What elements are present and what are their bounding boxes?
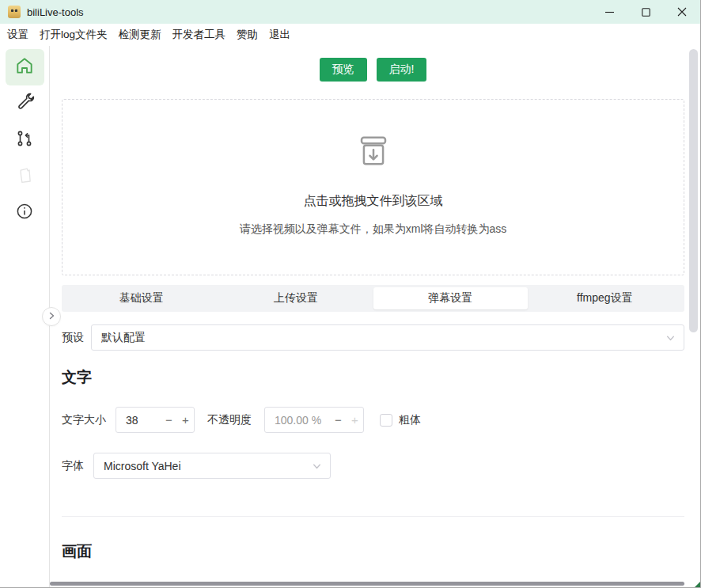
menu-item-devtools[interactable]: 开发者工具 [167,25,232,45]
minimize-icon [605,8,614,17]
bold-checkbox-label: 粗体 [399,413,421,427]
main-content: 预览 启动! 点击或拖拽文件到该区域 请选择视频以及弹幕文件，如果为xml将自动… [50,46,700,587]
git-compare-icon [15,129,34,151]
home-icon [14,55,35,79]
sidebar-expand-button[interactable] [42,307,61,326]
opacity-increase-icon[interactable]: + [347,408,363,432]
dropzone-title: 点击或拖拽文件到该区域 [304,193,443,210]
settings-tabbar: 基础设置 上传设置 弹幕设置 ffmpeg设置 [62,285,684,312]
action-row: 预览 启动! [62,58,684,82]
sidebar-item-home[interactable] [6,49,44,85]
chevron-down-icon [312,461,322,474]
preset-select[interactable]: 默认配置 [91,324,684,351]
tab-danmaku-settings[interactable]: 弹幕设置 [373,287,528,309]
tab-basic-settings[interactable]: 基础设置 [64,287,218,309]
sidebar [0,46,50,587]
preset-row: 预设 默认配置 [62,324,684,351]
text-controls-row: 文字大小 38 − + 不透明度 100.00 % − + 粗体 [62,407,684,433]
sidebar-item-tools[interactable] [6,85,44,122]
dropzone-hint: 请选择视频以及弹幕文件，如果为xml将自动转换为ass [240,222,507,237]
menu-item-open-log-folder[interactable]: 打开log文件夹 [34,25,113,45]
clip-icon [14,165,35,188]
start-button[interactable]: 启动! [377,58,427,82]
chevron-down-icon [665,333,676,346]
font-family-select[interactable]: Microsoft YaHei [93,453,331,479]
chevron-right-icon [47,309,56,324]
section-divider [62,516,684,517]
font-family-label: 字体 [62,459,84,473]
screen-section-heading: 画面 [62,541,684,562]
window-controls [591,0,700,24]
font-size-decrease-icon[interactable]: − [161,408,177,432]
font-size-input[interactable]: 38 − + [116,407,195,433]
vertical-scrollbar[interactable] [689,49,698,332]
tab-ffmpeg-settings[interactable]: ffmpeg设置 [528,287,682,309]
menu-item-check-update[interactable]: 检测更新 [113,25,167,45]
sidebar-item-pipeline[interactable] [6,122,44,158]
wrench-icon [15,93,35,116]
opacity-label: 不透明度 [207,413,252,427]
preset-label: 预设 [62,331,84,345]
font-size-label: 文字大小 [62,413,106,427]
sidebar-item-about[interactable] [6,195,44,231]
menubar: 设置 打开log文件夹 检测更新 开发者工具 赞助 退出 [0,24,700,46]
font-family-select-value: Microsoft YaHei [104,460,181,472]
bold-checkbox[interactable] [380,414,392,427]
app-window: biliLive-tools 设置 打开log文件夹 检测更新 开发者 [0,0,701,588]
opacity-input[interactable]: 100.00 % − + [264,407,364,433]
opacity-value[interactable]: 100.00 % [265,414,330,427]
preview-button[interactable]: 预览 [320,58,367,82]
minimize-button[interactable] [591,0,627,24]
file-dropzone[interactable]: 点击或拖拽文件到该区域 请选择视频以及弹幕文件，如果为xml将自动转换为ass [62,99,684,275]
close-icon [677,7,687,17]
tab-upload-settings[interactable]: 上传设置 [218,287,373,309]
menu-item-sponsor[interactable]: 赞助 [231,25,263,45]
opacity-decrease-icon[interactable]: − [330,408,347,432]
font-size-increase-icon[interactable]: + [177,408,194,432]
maximize-icon [642,8,650,17]
horizontal-scrollbar[interactable] [50,582,684,586]
text-section-heading: 文字 [62,367,684,388]
menu-item-settings[interactable]: 设置 [2,25,34,45]
sidebar-item-clip[interactable] [6,158,44,195]
font-size-value[interactable]: 38 [116,414,161,427]
maximize-button[interactable] [627,0,664,24]
close-button[interactable] [664,0,700,24]
app-icon [8,6,21,18]
window-title: biliLive-tools [27,6,84,18]
info-icon [15,202,34,224]
menu-item-exit[interactable]: 退出 [263,25,296,45]
archive-download-icon [352,133,395,176]
titlebar: biliLive-tools [0,0,700,24]
resize-grip[interactable] [695,582,700,587]
preset-select-value: 默认配置 [101,331,146,345]
font-row: 字体 Microsoft YaHei [62,453,684,479]
